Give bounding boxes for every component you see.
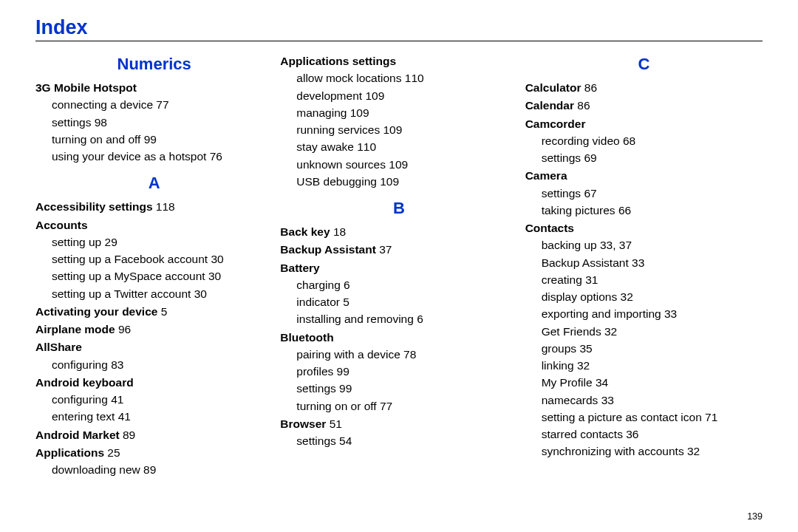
entry-calculator[interactable]: Calculator 86 <box>525 79 763 96</box>
subentry[interactable]: setting up a Twitter account 30 <box>35 285 273 302</box>
subentry[interactable]: allow mock locations 110 <box>280 69 517 86</box>
section-c: C <box>525 52 763 76</box>
subentry[interactable]: installing and removing 6 <box>280 310 517 327</box>
subentry-text: settings <box>296 434 335 447</box>
subentry-text: configuring <box>52 358 108 371</box>
page-ref: 29 <box>105 236 117 248</box>
page-ref: 109 <box>350 106 369 119</box>
entry-browser[interactable]: Browser 51 <box>280 415 517 432</box>
subentry[interactable]: connecting a device 77 <box>35 96 273 113</box>
section-a: A <box>35 171 273 195</box>
subentry[interactable]: profiles 99 <box>280 363 517 380</box>
entry-accounts[interactable]: Accounts <box>35 216 273 233</box>
subentry-text: linking <box>542 359 574 372</box>
entry-accessibility-settings[interactable]: Accessibility settings 118 <box>35 198 273 215</box>
term-text: Calendar <box>525 99 574 112</box>
entry-airplane-mode[interactable]: Airplane mode 96 <box>35 321 273 338</box>
subentry[interactable]: indicator 5 <box>280 293 517 310</box>
subentry[interactable]: settings 69 <box>525 149 763 166</box>
entry-3g-mobile-hotspot[interactable]: 3G Mobile Hotspot <box>35 79 273 96</box>
subentry[interactable]: running services 109 <box>280 121 517 138</box>
subentry[interactable]: groups 35 <box>525 340 763 357</box>
subentry-text: settings <box>296 382 335 395</box>
page-ref: 98 <box>95 116 107 129</box>
subentry[interactable]: charging 6 <box>280 276 517 293</box>
subentry[interactable]: USB debugging 109 <box>280 173 517 190</box>
subentry-text: profiles <box>296 365 333 378</box>
subentry[interactable]: setting up a MySpace account 30 <box>35 267 273 284</box>
subentry[interactable]: settings 99 <box>280 380 517 397</box>
entry-activating-device[interactable]: Activating your device 5 <box>35 303 273 320</box>
subentry[interactable]: recording video 68 <box>525 132 763 149</box>
entry-android-keyboard[interactable]: Android keyboard <box>35 374 273 391</box>
subentry-text: creating <box>542 273 582 286</box>
subentry-text: using your device as a hotspot <box>52 150 206 163</box>
page-ref: 66 <box>618 204 631 216</box>
subentry-text: namecards <box>542 394 598 406</box>
subentry[interactable]: stay awake 110 <box>280 138 517 155</box>
entry-applications-settings[interactable]: Applications settings <box>280 52 517 69</box>
section-numerics: Numerics <box>35 52 273 76</box>
subentry[interactable]: entering text 41 <box>35 408 273 425</box>
subentry[interactable]: using your device as a hotspot 76 <box>35 148 273 165</box>
subentry-text: settings <box>52 116 91 129</box>
subentry[interactable]: Backup Assistant 33 <box>525 254 763 271</box>
page-ref: 68 <box>623 134 635 147</box>
subentry[interactable]: settings 54 <box>280 432 517 449</box>
subentry[interactable]: starred contacts 36 <box>525 426 763 443</box>
entry-android-market[interactable]: Android Market 89 <box>35 426 273 443</box>
page-ref: 32 <box>621 290 633 303</box>
page-ref: 36 <box>626 428 638 440</box>
page-ref: 69 <box>584 151 596 164</box>
page-ref: 99 <box>339 382 352 395</box>
subentry[interactable]: display options 32 <box>525 288 763 305</box>
subentry[interactable]: configuring 41 <box>35 391 273 408</box>
subentry[interactable]: My Profile 34 <box>525 374 763 391</box>
subentry[interactable]: unknown sources 109 <box>280 156 517 173</box>
entry-camcorder[interactable]: Camcorder <box>525 115 763 132</box>
subentry[interactable]: taking pictures 66 <box>525 202 763 219</box>
subentry-text: connecting a device <box>52 98 153 111</box>
page-ref: 33, 37 <box>600 239 632 251</box>
subentry-text: My Profile <box>542 376 593 389</box>
subentry[interactable]: development 109 <box>280 87 517 104</box>
subentry-text: entering text <box>52 410 115 423</box>
subentry-text: exporting and importing <box>542 307 661 320</box>
subentry[interactable]: turning on and off 99 <box>35 131 273 148</box>
subentry[interactable]: synchronizing with accounts 32 <box>525 443 763 460</box>
entry-back-key[interactable]: Back key 18 <box>280 223 517 240</box>
subentry[interactable]: settings 67 <box>525 185 763 202</box>
subentry[interactable]: setting up 29 <box>35 233 273 250</box>
subentry[interactable]: creating 31 <box>525 271 763 288</box>
subentry[interactable]: namecards 33 <box>525 392 763 409</box>
subentry-text: taking pictures <box>542 204 615 216</box>
subentry[interactable]: configuring 83 <box>35 356 273 373</box>
page-ref: 37 <box>379 243 392 256</box>
entry-allshare[interactable]: AllShare <box>35 338 273 355</box>
entry-calendar[interactable]: Calendar 86 <box>525 97 763 114</box>
subentry[interactable]: turning on or off 77 <box>280 398 517 415</box>
subentry[interactable]: Get Friends 32 <box>525 323 763 340</box>
page-ref: 89 <box>143 463 156 476</box>
subentry[interactable]: setting up a Facebook account 30 <box>35 250 273 267</box>
subentry[interactable]: downloading new 89 <box>35 461 273 478</box>
entry-bluetooth[interactable]: Bluetooth <box>280 329 517 346</box>
subentry[interactable]: exporting and importing 33 <box>525 305 763 322</box>
entry-applications[interactable]: Applications 25 <box>35 444 273 461</box>
page-ref: 35 <box>579 342 592 355</box>
index-column-1: Numerics 3G Mobile Hotspot connecting a … <box>35 52 273 478</box>
subentry-text: installing and removing <box>296 313 414 325</box>
subentry[interactable]: setting a picture as contact icon 71 <box>525 409 763 426</box>
subentry-text: groups <box>542 342 576 355</box>
subentry[interactable]: backing up 33, 37 <box>525 236 763 253</box>
subentry[interactable]: linking 32 <box>525 357 763 374</box>
entry-camera[interactable]: Camera <box>525 167 763 184</box>
subentry[interactable]: managing 109 <box>280 104 517 121</box>
entry-contacts[interactable]: Contacts <box>525 219 763 236</box>
page-ref: 30 <box>194 287 207 300</box>
subentry[interactable]: pairing with a device 78 <box>280 346 517 363</box>
subentry[interactable]: settings 98 <box>35 114 273 131</box>
entry-backup-assistant[interactable]: Backup Assistant 37 <box>280 241 517 258</box>
entry-battery[interactable]: Battery <box>280 259 517 276</box>
subentry-text: unknown sources <box>296 158 386 171</box>
